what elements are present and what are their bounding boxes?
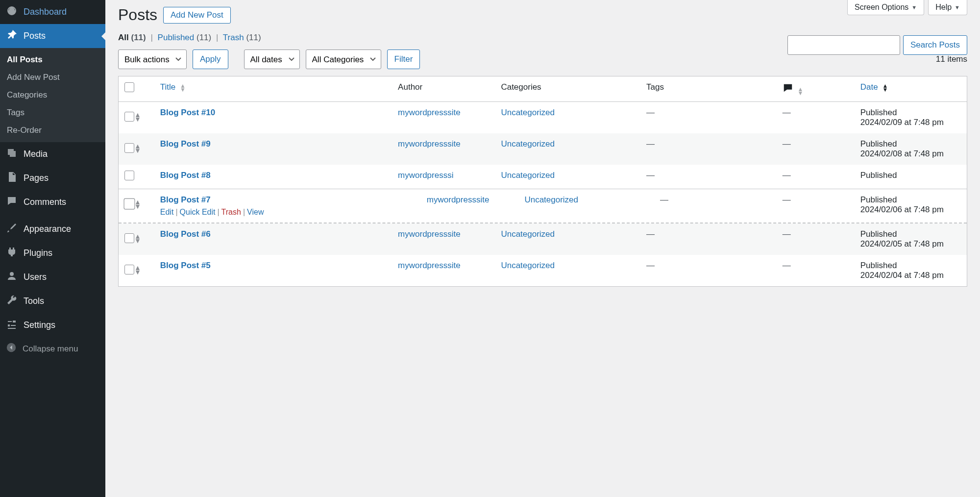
comments-count: — — [783, 195, 791, 204]
chevron-down-icon: ▼ — [955, 4, 960, 10]
filter-button[interactable]: Filter — [387, 50, 420, 69]
row-checkbox[interactable] — [124, 265, 134, 274]
reorder-handle-icon[interactable]: ▲▼ — [134, 266, 141, 274]
table-row: ▲▼Blog Post #10mywordpresssiteUncategori… — [119, 102, 967, 133]
category-link[interactable]: Uncategorized — [501, 108, 555, 117]
trash-count: (11) — [246, 33, 261, 42]
select-all-checkbox[interactable] — [124, 82, 134, 92]
sidebar-item-media[interactable]: Media — [0, 142, 105, 166]
top-right-tabs: Screen Options ▼ Help ▼ — [847, 0, 967, 15]
view-link[interactable]: View — [247, 208, 264, 216]
column-comments[interactable]: ▲▼ — [777, 76, 855, 102]
post-title-link[interactable]: Blog Post #10 — [160, 108, 215, 117]
edit-link[interactable]: Edit — [160, 208, 174, 216]
reorder-handle-icon[interactable]: ▲▼ — [134, 234, 141, 243]
sidebar-item-posts[interactable]: Posts — [0, 24, 105, 48]
table-row: ▲▼Blog Post #7Edit|Quick Edit|Trash|View… — [119, 189, 967, 223]
sidebar-item-label: Posts — [24, 31, 46, 41]
user-icon — [6, 270, 18, 284]
comment-icon — [783, 86, 796, 95]
dates-filter-select[interactable]: All dates — [244, 50, 300, 69]
sidebar-item-plugins[interactable]: Plugins — [0, 241, 105, 265]
sidebar-item-comments[interactable]: Comments — [0, 190, 105, 214]
collapse-label: Collapse menu — [23, 344, 78, 354]
category-link[interactable]: Uncategorized — [501, 229, 555, 239]
search-posts-button[interactable]: Search Posts — [903, 35, 967, 55]
column-tags: Tags — [640, 76, 777, 102]
date-cell: Published2024/02/08 at 7:48 pm — [855, 133, 967, 165]
help-button[interactable]: Help ▼ — [928, 0, 967, 15]
post-title-link[interactable]: Blog Post #8 — [160, 171, 211, 180]
sidebar-subitem-all-posts[interactable]: All Posts — [0, 51, 105, 69]
author-link[interactable]: mywordpresssite — [427, 195, 490, 204]
sidebar-subitem-tags[interactable]: Tags — [0, 104, 105, 122]
sidebar-subitem-add-new-post[interactable]: Add New Post — [0, 69, 105, 86]
post-title-link[interactable]: Blog Post #5 — [160, 261, 211, 270]
author-link[interactable]: mywordpresssi — [398, 171, 453, 180]
post-title-link[interactable]: Blog Post #9 — [160, 139, 211, 149]
row-checkbox[interactable] — [124, 112, 134, 122]
sidebar-subitem-categories[interactable]: Categories — [0, 86, 105, 104]
category-link[interactable]: Uncategorized — [501, 171, 555, 180]
categories-filter-select[interactable]: All Categories — [306, 50, 381, 69]
sidebar-item-appearance[interactable]: Appearance — [0, 217, 105, 241]
column-title[interactable]: Title ▲▼ — [154, 76, 392, 102]
svg-point-0 — [10, 272, 14, 276]
sidebar-item-settings[interactable]: Settings — [0, 313, 105, 337]
reorder-handle-icon[interactable]: ▲▼ — [134, 144, 141, 153]
apply-bulk-button[interactable]: Apply — [193, 50, 228, 69]
quick-edit-link[interactable]: Quick Edit — [180, 208, 216, 216]
author-link[interactable]: mywordpresssite — [398, 229, 461, 239]
author-link[interactable]: mywordpresssite — [398, 139, 461, 149]
wrench-icon — [6, 294, 18, 308]
comments-count: — — [783, 171, 791, 180]
row-checkbox[interactable] — [124, 233, 134, 243]
search-posts-input[interactable] — [787, 35, 900, 55]
pages-icon — [6, 171, 18, 185]
comments-count: — — [783, 229, 791, 239]
tags-empty: — — [646, 139, 655, 149]
admin-sidebar: Dashboard Posts All Posts Add New Post C… — [0, 0, 105, 497]
brush-icon — [6, 222, 18, 236]
category-link[interactable]: Uncategorized — [501, 261, 555, 270]
sidebar-item-label: Settings — [24, 320, 55, 330]
sort-desc-icon: ▲▼ — [882, 84, 888, 92]
trash-link[interactable]: Trash — [221, 208, 241, 216]
sidebar-collapse-button[interactable]: Collapse menu — [0, 337, 105, 360]
category-link[interactable]: Uncategorized — [524, 195, 578, 204]
column-checkbox — [119, 76, 154, 102]
main-content: Screen Options ▼ Help ▼ Posts Add New Po… — [105, 0, 980, 497]
sliders-icon — [6, 318, 18, 332]
row-checkbox[interactable] — [124, 199, 135, 210]
sidebar-item-pages[interactable]: Pages — [0, 166, 105, 190]
help-label: Help — [935, 3, 952, 12]
date-cell: Published2024/02/04 at 7:48 pm — [855, 255, 967, 286]
sidebar-item-users[interactable]: Users — [0, 265, 105, 289]
author-link[interactable]: mywordpresssite — [398, 108, 461, 117]
bulk-actions-select[interactable]: Bulk actions — [118, 50, 187, 69]
pin-icon — [6, 29, 18, 43]
sidebar-item-label: Dashboard — [24, 7, 67, 17]
sidebar-item-label: Tools — [24, 296, 44, 306]
sidebar-subitem-reorder[interactable]: Re-Order — [0, 122, 105, 139]
column-date[interactable]: Date ▲▼ — [855, 76, 967, 102]
screen-options-button[interactable]: Screen Options ▼ — [847, 0, 924, 15]
reorder-handle-icon[interactable]: ▲▼ — [134, 200, 141, 209]
tags-empty: — — [646, 108, 655, 117]
view-all-link[interactable]: All (11) — [118, 33, 146, 42]
add-new-post-button[interactable]: Add New Post — [163, 7, 231, 24]
row-checkbox[interactable] — [124, 143, 134, 153]
sidebar-item-tools[interactable]: Tools — [0, 289, 105, 313]
row-actions: Edit|Quick Edit|Trash|View — [160, 208, 386, 217]
post-title-link[interactable]: Blog Post #6 — [160, 229, 211, 239]
sidebar-item-dashboard[interactable]: Dashboard — [0, 0, 105, 24]
author-link[interactable]: mywordpresssite — [398, 261, 461, 270]
view-trash-link[interactable]: Trash — [223, 33, 244, 42]
column-categories: Categories — [495, 76, 640, 102]
category-link[interactable]: Uncategorized — [501, 139, 555, 149]
collapse-icon — [6, 342, 17, 355]
view-published-link[interactable]: Published — [158, 33, 195, 42]
reorder-handle-icon[interactable]: ▲▼ — [134, 113, 141, 122]
post-title-link[interactable]: Blog Post #7 — [160, 195, 211, 204]
row-checkbox[interactable] — [124, 171, 134, 180]
